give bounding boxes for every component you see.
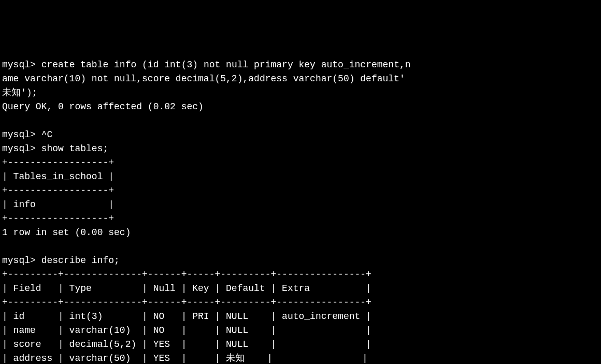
interrupt-signal: ^C	[41, 129, 53, 140]
prompt: mysql>	[2, 60, 36, 70]
prompt: mysql>	[2, 255, 36, 266]
table-row: | address | varchar(50) | YES | | 未知 | |	[2, 352, 599, 364]
command-line: mysql> ^C	[2, 128, 599, 142]
command-text: create table info (id int(3) not null pr…	[41, 60, 411, 70]
command-text: describe info;	[41, 255, 120, 266]
result-summary: 1 row in set (0.00 sec)	[2, 226, 599, 240]
command-continuation: ame varchar(10) not null,score decimal(5…	[2, 72, 599, 86]
table-border: +---------+--------------+------+-----+-…	[2, 268, 599, 282]
table-row: | score | decimal(5,2) | YES | | NULL | …	[2, 338, 599, 352]
query-result: Query OK, 0 rows affected (0.02 sec)	[2, 100, 599, 114]
blank-line	[2, 240, 599, 254]
table-border: +------------------+	[2, 156, 599, 170]
prompt: mysql>	[2, 129, 36, 140]
table-border: +---------+--------------+------+-----+-…	[2, 296, 599, 310]
table-row: | name | varchar(10) | NO | | NULL | |	[2, 324, 599, 338]
table-border: +------------------+	[2, 184, 599, 198]
prompt: mysql>	[2, 143, 36, 154]
blank-line	[2, 114, 599, 128]
command-line: mysql> describe info;	[2, 254, 599, 268]
command-line: mysql> create table info (id int(3) not …	[2, 58, 599, 72]
command-continuation: 未知');	[2, 86, 599, 100]
command-text: show tables;	[41, 143, 109, 154]
table-header: | Tables_in_school |	[2, 170, 599, 184]
table-row: | info |	[2, 198, 599, 212]
table-header: | Field | Type | Null | Key | Default | …	[2, 282, 599, 296]
command-line: mysql> show tables;	[2, 142, 599, 156]
table-row: | id | int(3) | NO | PRI | NULL | auto_i…	[2, 310, 599, 324]
terminal-output[interactable]: mysql> create table info (id int(3) not …	[2, 58, 599, 364]
table-border: +------------------+	[2, 212, 599, 226]
